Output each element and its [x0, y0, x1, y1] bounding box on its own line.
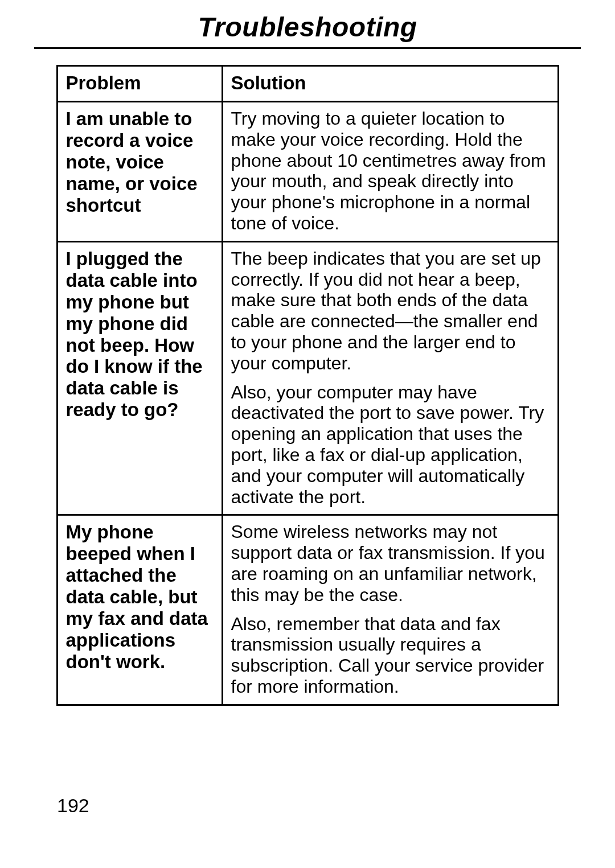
header-problem: Problem: [57, 66, 222, 102]
solution-paragraph: The beep indicates that you are set up c…: [231, 248, 550, 374]
solution-paragraph: Also, remember that data and fax transmi…: [231, 614, 550, 697]
troubleshooting-table: Problem Solution I am unable to record a…: [56, 65, 559, 706]
problem-cell: I am unable to record a voice note, voic…: [57, 102, 222, 242]
page-title: Troubleshooting: [198, 12, 417, 42]
header-solution: Solution: [222, 66, 558, 102]
solution-paragraph: Also, your computer may have deactivated…: [231, 382, 550, 508]
page-number: 192: [57, 795, 89, 817]
table-header-row: Problem Solution: [57, 66, 558, 102]
solution-cell: Some wireless networks may not support d…: [222, 515, 558, 705]
problem-cell: I plugged the data cable into my phone b…: [57, 241, 222, 515]
solution-paragraph: Try moving to a quieter location to make…: [231, 108, 550, 234]
solution-cell: Try moving to a quieter location to make…: [222, 102, 558, 242]
table-row: I am unable to record a voice note, voic…: [57, 102, 558, 242]
solution-paragraph: Some wireless networks may not support d…: [231, 521, 550, 605]
title-bar: Troubleshooting: [34, 11, 581, 49]
table-row: My phone beeped when I attached the data…: [57, 515, 558, 705]
problem-cell: My phone beeped when I attached the data…: [57, 515, 222, 705]
solution-cell: The beep indicates that you are set up c…: [222, 241, 558, 515]
table-row: I plugged the data cable into my phone b…: [57, 241, 558, 515]
